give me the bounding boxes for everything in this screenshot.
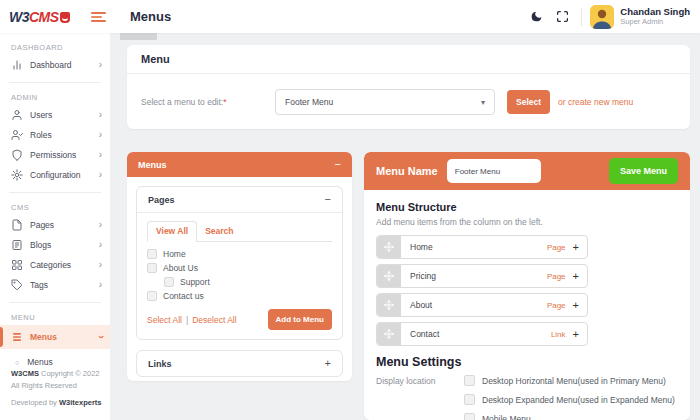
fullscreen-icon[interactable] — [549, 4, 575, 30]
sidebar-item-configuration[interactable]: Configuration › — [0, 165, 110, 185]
menu-editor-panel: Menu Name Save Menu Menu Structure Add m… — [364, 152, 690, 420]
menu-structure-list: Home Page + Pricing Page + About Page — [376, 235, 588, 346]
deselect-all-link[interactable]: Deselect All — [192, 315, 236, 325]
tab-view-all[interactable]: View All — [147, 221, 197, 242]
chevron-right-icon: › — [99, 220, 102, 230]
menu-structure-hint: Add menu items from the column on the le… — [376, 217, 678, 227]
sidebar-item-pages[interactable]: Pages › — [0, 215, 110, 235]
page-checkbox-row: Home — [147, 249, 332, 259]
header-divider — [581, 8, 582, 26]
select-button[interactable]: Select — [507, 90, 550, 114]
sidebar-item-dashboard[interactable]: Dashboard › — [0, 55, 110, 75]
chevron-right-icon: › — [99, 240, 102, 250]
add-to-menu-button[interactable]: Add to Menu — [268, 309, 332, 330]
gear-icon — [11, 169, 23, 181]
grid-icon — [11, 259, 23, 271]
checkbox-about-us[interactable] — [147, 263, 157, 273]
checkbox-home[interactable] — [147, 249, 157, 259]
checkbox-contact-us[interactable] — [147, 291, 157, 301]
menu-settings-row: Display location ✓ Desktop Horizontal Me… — [376, 375, 678, 420]
top-header: W3CMS Menus Chandan Singh Super Admin — [0, 0, 700, 33]
pages-accordion-header[interactable]: Pages − — [137, 187, 342, 213]
user-meta: Chandan Singh Super Admin — [620, 7, 690, 26]
save-menu-button[interactable]: Save Menu — [609, 158, 678, 184]
sidebar-item-menus[interactable]: Menus › — [0, 325, 110, 349]
drag-handle-icon[interactable] — [377, 236, 401, 258]
pages-checkbox-list: Home About Us Support — [147, 249, 332, 301]
sidebar-section-admin: ADMIN — [11, 93, 110, 102]
collapse-minus-icon[interactable]: − — [335, 159, 341, 170]
expand-plus-icon[interactable]: + — [573, 300, 579, 311]
chevron-right-icon: › — [99, 150, 102, 160]
drag-handle-icon[interactable] — [377, 294, 401, 316]
display-location-label: Display location — [376, 375, 464, 420]
sidebar-footer: W3CMS Copyright © 2022 All Rights Reserv… — [11, 368, 104, 408]
chevron-right-icon: › — [99, 280, 102, 290]
collapse-minus-icon[interactable]: − — [325, 194, 331, 205]
user-role: Super Admin — [620, 18, 690, 26]
location-option: ✓ Mobile Menu — [464, 413, 678, 420]
sidebar-item-permissions[interactable]: Permissions › — [0, 145, 110, 165]
chevron-right-icon: › — [99, 260, 102, 270]
drag-handle-icon[interactable] — [377, 323, 401, 345]
checkbox-desktop-expanded[interactable]: ✓ — [464, 394, 475, 405]
dashboard-icon — [11, 59, 23, 71]
expand-plus-icon[interactable]: + — [573, 271, 579, 282]
item-type-badge: Page — [547, 243, 566, 252]
panel-title: Menus — [138, 160, 335, 170]
chevron-right-icon: › — [99, 110, 102, 120]
menu-item-pricing: Pricing Page + — [376, 264, 588, 288]
create-new-menu-link[interactable]: or create new menu — [558, 97, 633, 107]
sidebar-section-cms: CMS — [11, 203, 110, 212]
menu-dropdown[interactable]: Footer Menu ▾ — [275, 89, 495, 115]
copyright-text: W3CMS Copyright © 2022 All Rights Reserv… — [11, 368, 104, 391]
pages-tabs: View All Search — [147, 221, 332, 242]
sidebar-item-blogs[interactable]: Blogs › — [0, 235, 110, 255]
chevron-right-icon: › — [99, 170, 102, 180]
sidebar-divider — [9, 192, 101, 193]
drag-handle-icon[interactable] — [377, 265, 401, 287]
menus-panel-header: Menus − — [127, 152, 352, 177]
card-title: Menu — [127, 45, 690, 74]
main-content: Menu Select a menu to edit:* Footer Menu… — [110, 33, 700, 420]
menu-item-contact: Contact Link + — [376, 322, 588, 346]
page-checkbox-row: About Us — [147, 263, 332, 273]
dark-mode-moon-icon[interactable] — [523, 4, 549, 30]
select-menu-label: Select a menu to edit:* — [141, 97, 275, 107]
expand-plus-icon[interactable]: + — [573, 242, 579, 253]
expand-plus-icon[interactable]: + — [573, 329, 579, 340]
expand-plus-icon[interactable]: + — [325, 358, 331, 369]
tag-icon — [11, 279, 23, 291]
location-option: ✓ Desktop Horizontal Menu(used in Primar… — [464, 375, 678, 386]
sidebar: DASHBOARD Dashboard › ADMIN Users › Role… — [0, 33, 110, 420]
hamburger-menu-icon[interactable] — [91, 10, 106, 24]
sidebar-divider — [9, 82, 101, 83]
bullet-circle-icon: ○ — [15, 359, 19, 366]
page-title: Menus — [130, 9, 171, 24]
page-checkbox-row: Contact us — [147, 291, 332, 301]
brand-logo[interactable]: W3CMS — [0, 9, 88, 25]
select-all-link[interactable]: Select All — [147, 315, 182, 325]
menu-name-input[interactable] — [447, 159, 541, 183]
checkbox-support[interactable] — [164, 277, 174, 287]
sidebar-item-roles[interactable]: Roles › — [0, 125, 110, 145]
sidebar-item-tags[interactable]: Tags › — [0, 275, 110, 295]
sidebar-item-users[interactable]: Users › — [0, 105, 110, 125]
location-option: ✓ Desktop Expanded Menu(used in Expanded… — [464, 394, 678, 405]
content-top-strip — [120, 33, 157, 40]
display-location-options: ✓ Desktop Horizontal Menu(used in Primar… — [464, 375, 678, 420]
logo-shield-icon — [60, 12, 70, 23]
file-icon — [11, 219, 23, 231]
pages-accordion: Pages − View All Search Home — [136, 186, 343, 340]
menu-name-header: Menu Name Save Menu — [364, 152, 690, 190]
sidebar-item-categories[interactable]: Categories › — [0, 255, 110, 275]
required-asterisk: * — [223, 97, 226, 107]
checkbox-mobile-menu[interactable]: ✓ — [464, 413, 475, 420]
user-profile[interactable]: Chandan Singh Super Admin — [590, 5, 690, 29]
developer-text: Developed by W3itexperts — [11, 397, 104, 408]
logo-text-w3: W3 — [9, 9, 29, 25]
links-accordion-header[interactable]: Links + — [137, 351, 342, 376]
checkbox-desktop-horizontal[interactable]: ✓ — [464, 375, 475, 386]
tab-search[interactable]: Search — [197, 222, 241, 241]
item-type-badge: Link — [551, 330, 566, 339]
